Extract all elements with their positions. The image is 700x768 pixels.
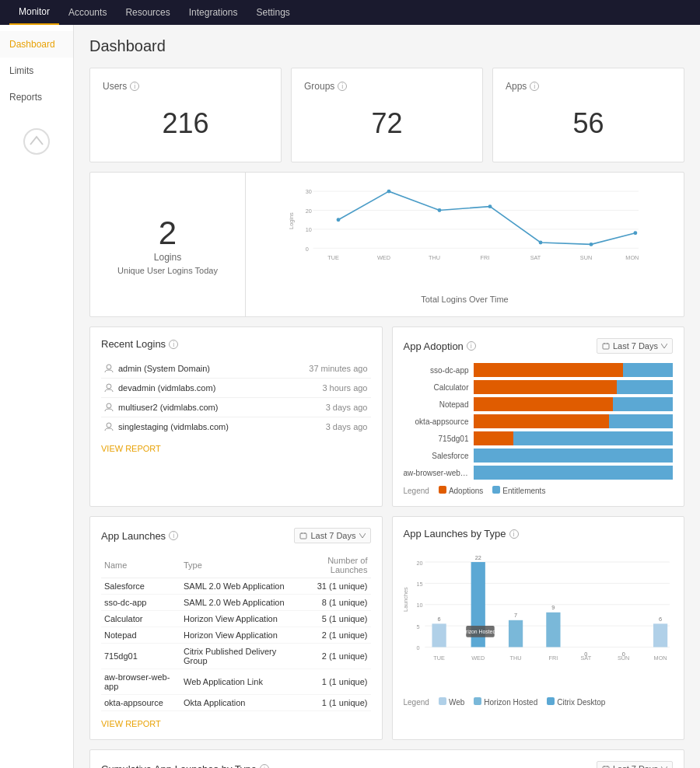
nav-monitor[interactable]: Monitor	[9, 0, 59, 25]
nav-resources[interactable]: Resources	[116, 0, 179, 25]
bar-mon-web	[653, 623, 667, 647]
svg-text:6: 6	[437, 616, 440, 623]
nav-settings[interactable]: Settings	[247, 0, 299, 25]
groups-card: Groups i 72	[291, 68, 483, 162]
sidebar-limits[interactable]: Limits	[0, 58, 73, 84]
app-launches-view-report[interactable]: VIEW REPORT	[101, 719, 371, 728]
third-row: App Launches i Last 7 Days Name Type	[89, 516, 684, 740]
login-row-1: admin (System Domain) 37 minutes ago	[101, 359, 371, 379]
app-launches-type-info-icon[interactable]: i	[509, 529, 519, 539]
launches-type-legend: Legend Web Horizon Hosted Citrix Desktop	[404, 697, 674, 707]
launch-cell-name: Notepad	[101, 627, 180, 644]
table-row: NotepadHorizon View Application2 (1 uniq…	[101, 627, 371, 644]
nav-accounts[interactable]: Accounts	[59, 0, 116, 25]
adoption-row: Calculator	[404, 380, 674, 394]
logins-line-chart: 30 20 10 0 Logins	[258, 185, 671, 286]
adoptions-bar-segment	[474, 431, 513, 445]
svg-point-0	[24, 129, 49, 154]
svg-text:THU: THU	[509, 655, 521, 662]
logins-summary: 2 Logins Unique User Logins Today	[90, 173, 246, 316]
user-icon	[104, 422, 114, 431]
adoption-bar	[474, 363, 674, 377]
svg-point-26	[107, 403, 111, 408]
calendar-icon	[602, 342, 610, 350]
users-label: Users i	[103, 81, 268, 92]
svg-text:Logins: Logins	[288, 212, 295, 229]
svg-text:MON: MON	[653, 655, 667, 662]
adoption-app-label: Calculator	[404, 383, 474, 392]
users-card: Users i 216	[89, 68, 282, 162]
nav-integrations[interactable]: Integrations	[180, 0, 247, 25]
sidebar-dashboard[interactable]: Dashboard	[0, 31, 73, 58]
launches-table: Name Type Number of Launches SalesforceS…	[101, 553, 371, 711]
col-name: Name	[101, 553, 180, 578]
users-value: 216	[103, 98, 268, 149]
recent-logins-view-report[interactable]: VIEW REPORT	[101, 444, 371, 453]
table-row: sso-dc-appSAML 2.0 Web Application8 (1 u…	[101, 595, 371, 611]
launch-cell-launches: 31 (1 unique)	[292, 578, 371, 595]
logins-count: 2	[159, 215, 177, 252]
adoption-bar	[474, 449, 674, 463]
calendar-icon	[299, 532, 307, 539]
entitlements-bar-segment	[513, 431, 673, 445]
apps-value: 56	[506, 98, 671, 149]
app-launches-period[interactable]: Last 7 Days	[294, 528, 370, 543]
svg-point-14	[539, 241, 543, 245]
recent-logins-info-icon[interactable]: i	[169, 340, 178, 349]
login-row-2: devadmin (vidmlabs.com) 3 hours ago	[101, 379, 371, 398]
adoptions-bar-segment	[474, 363, 623, 377]
logins-panel: 2 Logins Unique User Logins Today 30 20 …	[89, 172, 684, 317]
svg-text:TUE: TUE	[433, 655, 445, 662]
adoption-app-label: Notepad	[404, 400, 474, 409]
recent-logins-title: Recent Logins i	[101, 338, 178, 350]
app-launches-panel: App Launches i Last 7 Days Name Type	[89, 516, 383, 740]
app-adoption-title: App Adoption i	[404, 340, 476, 352]
user-icon	[104, 383, 114, 393]
bar-thu-horizon	[508, 620, 522, 648]
svg-text:22: 22	[474, 554, 481, 561]
svg-text:10: 10	[306, 226, 312, 233]
svg-text:WED: WED	[377, 254, 390, 261]
cumulative-info-icon[interactable]: i	[260, 764, 269, 768]
svg-text:FRI: FRI	[548, 655, 558, 662]
logins-chart-area: 30 20 10 0 Logins	[246, 173, 684, 316]
sidebar-reports[interactable]: Reports	[0, 84, 73, 110]
app-launches-info-icon[interactable]: i	[169, 531, 178, 540]
svg-text:Horizon Hosted: 5: Horizon Hosted: 5	[459, 629, 502, 634]
svg-point-12	[438, 208, 442, 212]
table-row: SalesforceSAML 2.0 Web Application31 (1 …	[101, 578, 371, 595]
apps-info-icon[interactable]: i	[530, 82, 539, 91]
launch-cell-name: Calculator	[101, 611, 180, 627]
launches-by-type-chart: 20 15 10 5 0 Launches 6	[404, 549, 674, 689]
adoption-row: aw-browser-web-a...	[404, 466, 674, 480]
adoption-app-label: okta-appsource	[404, 417, 474, 426]
svg-text:SUN: SUN	[617, 655, 628, 662]
launch-cell-name: aw-browser-web-app	[101, 669, 180, 695]
app-adoption-info-icon[interactable]: i	[467, 341, 476, 351]
app-adoption-period[interactable]: Last 7 Days	[597, 338, 673, 354]
cumulative-period[interactable]: Last 7 Days	[597, 761, 673, 768]
launch-cell-type: Web Application Link	[180, 669, 292, 695]
table-row: CalculatorHorizon View Application5 (1 u…	[101, 611, 371, 627]
users-info-icon[interactable]: i	[130, 82, 139, 91]
svg-rect-28	[603, 344, 609, 349]
bar-fri-horizon	[546, 613, 560, 648]
cumulative-panel: Cumulative App Launches by Type i Last 7…	[89, 749, 684, 768]
chevron-down-icon	[359, 533, 366, 538]
logins-subtitle: Unique User Logins Today	[117, 266, 218, 275]
launch-cell-name: sso-dc-app	[101, 595, 180, 611]
adoption-bar	[474, 414, 674, 428]
entitlements-bar-segment	[623, 363, 673, 377]
svg-text:9: 9	[551, 604, 555, 611]
svg-point-10	[337, 218, 341, 222]
adoption-bar	[474, 431, 674, 445]
app-adoption-panel: App Adoption i Last 7 Days sso-dc-appCal…	[392, 326, 685, 507]
svg-text:30: 30	[306, 188, 312, 195]
launch-cell-name: 715dg01	[101, 644, 180, 669]
svg-text:7: 7	[514, 612, 517, 619]
svg-point-11	[387, 190, 391, 194]
groups-info-icon[interactable]: i	[338, 82, 347, 91]
svg-point-15	[590, 243, 593, 246]
logins-label: Logins	[154, 252, 181, 263]
adoptions-bar-segment	[474, 414, 609, 428]
